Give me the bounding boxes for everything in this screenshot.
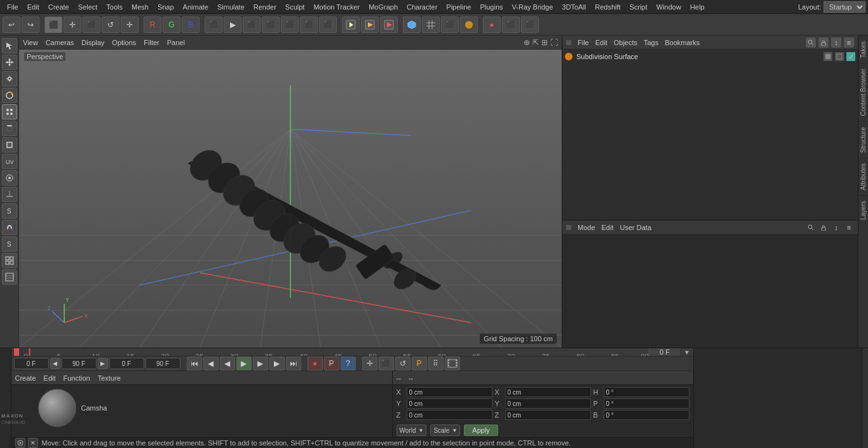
- pos-z-field[interactable]: Z: [397, 410, 492, 420]
- end-frame-up[interactable]: ▶: [98, 358, 108, 369]
- attr-search-icon[interactable]: [806, 222, 816, 233]
- size-z-field[interactable]: Z: [495, 410, 591, 420]
- left-edges-btn[interactable]: [2, 121, 17, 136]
- mat-create-menu[interactable]: Create: [15, 374, 36, 382]
- rot-h-field[interactable]: H: [593, 387, 689, 397]
- mat-texture-menu[interactable]: Texture: [98, 374, 121, 382]
- vp-menu-options[interactable]: Options: [112, 39, 136, 46]
- left-scale-btn[interactable]: [2, 71, 17, 86]
- end-frame-field[interactable]: 90 F: [62, 358, 97, 369]
- select-mode-button[interactable]: ⬛: [44, 17, 62, 33]
- left-workplane-btn[interactable]: [2, 187, 17, 202]
- size-x-input[interactable]: [505, 387, 591, 397]
- attr-mode-tab[interactable]: Mode: [578, 224, 595, 231]
- rot-h-input[interactable]: [604, 387, 689, 397]
- vp-icon-maximize[interactable]: ⛶: [550, 38, 558, 47]
- axis-y-button[interactable]: G: [163, 17, 180, 33]
- render-button[interactable]: [361, 17, 379, 33]
- side-tab-layers[interactable]: Layers: [858, 195, 868, 225]
- rotate-button[interactable]: ↺: [102, 17, 119, 33]
- obj-tags-tab[interactable]: Tags: [644, 39, 658, 46]
- menu-animate[interactable]: Animate: [179, 2, 213, 12]
- go-start-button[interactable]: ⏮: [187, 356, 202, 370]
- deform-button[interactable]: ⬛: [300, 17, 318, 33]
- mat-function-menu[interactable]: Function: [64, 374, 90, 382]
- spline-button[interactable]: ⬛: [262, 17, 280, 33]
- viewport[interactable]: View Cameras Display Options Filter Pane…: [19, 36, 562, 348]
- menu-plugins[interactable]: Plugins: [475, 2, 507, 12]
- cube-button[interactable]: ⬛: [205, 17, 222, 33]
- rot-b-input[interactable]: [604, 410, 689, 420]
- world-dropdown[interactable]: World ▼: [397, 424, 427, 436]
- obj-file-tab[interactable]: File: [578, 39, 589, 46]
- menu-create[interactable]: Create: [44, 2, 74, 12]
- vp-icon-arrows[interactable]: ⇱: [532, 38, 539, 47]
- floor-button[interactable]: ⬛: [441, 17, 459, 33]
- obj-search-icon[interactable]: [806, 37, 816, 48]
- side-tab-content-browser[interactable]: Content Browser: [858, 63, 868, 121]
- menu-mograph[interactable]: MoGraph: [364, 2, 402, 12]
- nurbs-button[interactable]: ⬛: [281, 17, 299, 33]
- start-frame-field[interactable]: 0 F: [14, 358, 49, 369]
- help-button[interactable]: ?: [341, 356, 356, 370]
- scale-dropdown[interactable]: Scale ▼: [430, 424, 460, 436]
- scale-button[interactable]: ⬛: [83, 17, 100, 33]
- menu-character[interactable]: Character: [402, 2, 442, 12]
- status-icon-close[interactable]: ✕: [28, 438, 38, 448]
- left-uv-btn[interactable]: UV: [2, 154, 17, 169]
- obj-lock-icon[interactable]: [818, 37, 829, 48]
- redo-button[interactable]: ↪: [22, 17, 39, 33]
- playback-key-button[interactable]: ⬛: [379, 356, 394, 370]
- left-rotate-btn[interactable]: [2, 88, 17, 103]
- apply-button[interactable]: Apply: [464, 424, 498, 436]
- left-polys-btn[interactable]: [2, 137, 17, 153]
- menu-script[interactable]: Script: [625, 2, 652, 12]
- obj-settings-icon[interactable]: ≡: [844, 37, 854, 48]
- menu-mesh[interactable]: Mesh: [127, 2, 153, 12]
- play-button[interactable]: ▶: [236, 356, 252, 370]
- menu-help[interactable]: Help: [686, 2, 709, 12]
- pos-z-input[interactable]: [407, 410, 492, 420]
- vp-icon-grid3[interactable]: ⊞: [541, 38, 548, 47]
- menu-redshift[interactable]: Redshift: [590, 2, 625, 12]
- preview-start-field[interactable]: 0 F: [109, 358, 144, 369]
- menu-sculpt[interactable]: Sculpt: [281, 2, 309, 12]
- left-select-btn[interactable]: [2, 38, 17, 53]
- status-icon-mode[interactable]: [15, 438, 25, 448]
- render-settings-button[interactable]: [380, 17, 398, 33]
- move-button[interactable]: ✛: [64, 17, 81, 33]
- keyframe-button[interactable]: ⬛: [521, 17, 539, 33]
- start-frame-down[interactable]: ◀: [50, 358, 60, 369]
- vp-icon-axes[interactable]: ⊕: [524, 38, 530, 47]
- menu-snap[interactable]: Snap: [153, 2, 179, 12]
- menu-pipeline[interactable]: Pipeline: [442, 2, 475, 12]
- menu-file[interactable]: File: [3, 2, 23, 12]
- attr-userdata-tab[interactable]: User Data: [620, 224, 652, 231]
- preview-end-field[interactable]: 90 F: [146, 358, 180, 369]
- attr-lock-icon[interactable]: [818, 222, 829, 233]
- layout-select[interactable]: Startup: [824, 1, 865, 13]
- left-s-btn[interactable]: S: [2, 203, 17, 219]
- vp-menu-view[interactable]: View: [23, 39, 38, 46]
- timeline-menu-btn[interactable]: ▼: [681, 348, 693, 356]
- record-active-button[interactable]: ●: [308, 356, 323, 370]
- scene-button[interactable]: ⬛: [319, 17, 337, 33]
- grid-button[interactable]: [422, 17, 440, 33]
- attr-edit-tab[interactable]: Edit: [602, 224, 614, 231]
- mat-edit-menu[interactable]: Edit: [44, 374, 56, 382]
- obj-objects-tab[interactable]: Objects: [614, 39, 637, 46]
- menu-3dtoall[interactable]: 3DToAll: [557, 2, 590, 12]
- sky-button[interactable]: [460, 17, 478, 33]
- left-magnet-btn[interactable]: [2, 220, 17, 235]
- subdivision-surface-row[interactable]: Subdivision Surface ✓: [562, 50, 858, 64]
- vp-menu-display[interactable]: Display: [81, 39, 104, 46]
- left-points-btn[interactable]: [2, 104, 17, 119]
- menu-render[interactable]: Render: [249, 2, 281, 12]
- playback-move-button[interactable]: ✛: [362, 356, 377, 370]
- attr-settings-icon[interactable]: ≡: [844, 222, 854, 233]
- size-y-field[interactable]: Y: [495, 398, 591, 409]
- material-sphere[interactable]: [38, 389, 76, 427]
- playback-p-button[interactable]: P: [412, 356, 427, 370]
- record-pos-button[interactable]: P: [324, 356, 339, 370]
- left-grid2-btn[interactable]: [2, 253, 17, 268]
